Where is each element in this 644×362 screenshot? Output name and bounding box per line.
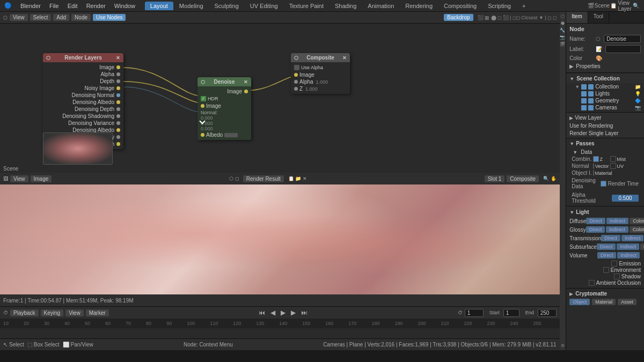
play-btn[interactable]: ▶ [279,309,287,316]
search-icon[interactable]: 🔍 [631,1,641,11]
composite-node[interactable]: ⬡ Composite ✕ Use Alpha Image [291,53,350,94]
menu-render[interactable]: Edit [63,2,82,10]
pass-mist-check[interactable] [610,156,616,162]
menu-edit[interactable]: File [45,2,63,10]
crypto-asset-tab[interactable]: Asset [618,299,636,305]
pass-mat-check[interactable] [593,170,594,176]
node-name-input[interactable]: Denoise [604,35,641,43]
light-header[interactable]: ▼ Light [566,208,644,217]
glossy-direct-btn[interactable]: Direct [586,226,605,233]
view-menu[interactable]: View [65,309,84,316]
cryptomatte-header[interactable]: ▶ Cryptomatte [566,290,644,298]
current-frame-input[interactable]: 1 [465,309,484,317]
subsurface-indirect-btn[interactable]: Indirect [617,243,639,250]
environment-check[interactable] [603,267,609,273]
view-selector[interactable]: Composite [507,175,539,182]
rsi-options[interactable]: ⚙ [561,342,565,349]
tab-scripting[interactable]: Scripting [482,2,516,10]
glossy-color-btn[interactable]: Color [630,226,644,233]
timeline-ruler[interactable]: 10 20 30 40 50 60 70 80 90 100 110 120 1… [0,319,560,328]
alpha-threshold-value[interactable]: 0.500 [612,195,639,202]
end-frame-input[interactable]: 250 [538,309,557,317]
menu-file[interactable]: Blender [16,2,45,10]
denoise-close[interactable]: ✕ [244,79,248,85]
view-layer-icon[interactable]: 📋 [609,1,618,11]
cameras-item[interactable]: Cameras 📷 [566,104,644,111]
crypto-material-tab[interactable]: Material [592,299,616,305]
panel-tab-tool[interactable]: Tool [588,12,609,23]
properties-row[interactable]: ▶ Properties [569,62,641,70]
tab-modeling[interactable]: Modeling [174,2,209,10]
geo-check2[interactable] [588,98,594,104]
render-view-btn[interactable]: View [10,175,28,182]
glossy-indirect-btn[interactable]: Indirect [606,226,628,233]
pass-uv-check[interactable] [610,163,616,169]
toolbar-select[interactable]: Select [30,14,52,21]
tab-texture-paint[interactable]: Texture Paint [284,2,329,10]
tab-layout[interactable]: Layout [145,2,173,10]
shadow-check[interactable] [614,274,620,279]
tab-sculpting[interactable]: Sculpting [209,2,244,10]
collection-item[interactable]: ▼ Collection 📁 [566,83,644,90]
jump-start-btn[interactable]: ⏮ [257,309,267,316]
render-image-btn[interactable]: Image [31,175,52,182]
lights-check2[interactable] [588,91,594,97]
passes-header[interactable]: ▼ Passes [569,139,641,147]
coll-check2[interactable] [588,84,594,90]
tab-uv-editing[interactable]: UV Editing [245,2,283,10]
denoise-data-check[interactable] [601,181,606,187]
tab-compositing[interactable]: Compositing [438,2,482,10]
tab-shading[interactable]: Shading [330,2,362,10]
use-nodes-btn[interactable]: Use Nodes [93,14,126,21]
denoise-hdr-check[interactable]: ✓ [201,96,206,101]
cam-check2[interactable] [588,105,594,110]
diffuse-direct-btn[interactable]: Direct [586,218,605,224]
coll-check[interactable] [581,84,587,90]
composite-alpha-check[interactable] [294,65,299,70]
rsi-tool5[interactable]: 🎬 [560,41,565,48]
volume-indirect-btn[interactable]: Indirect [617,252,640,258]
box-select-status[interactable]: ⬚ Box Select [27,342,60,348]
diffuse-indirect-btn[interactable]: Indirect [606,218,629,224]
start-frame-input[interactable]: 1 [503,309,519,317]
rsi-tool4[interactable]: 📷 [560,34,565,41]
pass-z-check[interactable] [593,156,599,162]
volume-direct-btn[interactable]: Direct [597,252,617,258]
menu-window[interactable]: Render [82,2,110,10]
backdrop-btn[interactable]: Backdrop [444,14,473,21]
select-status[interactable]: ↖ Select [3,342,24,348]
emission-check[interactable] [611,261,617,267]
rsi-tool1[interactable]: ⬡ [561,13,565,20]
rsi-tool3[interactable]: 🔧 [560,27,565,34]
jump-end-btn[interactable]: ⏭ [299,309,309,316]
lights-item[interactable]: Lights 💡 [566,90,644,97]
toolbar-node[interactable]: Node [71,14,91,21]
pan-view-status[interactable]: ⬜ Pan/View [63,342,93,348]
marker-menu[interactable]: Marker [86,309,109,316]
tab-add[interactable]: + [517,2,531,10]
crypto-object-tab[interactable]: Object [569,299,590,305]
lights-check[interactable] [581,91,587,97]
prev-frame-btn[interactable]: ◀ [269,309,277,316]
denoise-node[interactable]: ⬡ Denoise ✕ Image ✓ HDR [197,77,251,140]
geo-check[interactable] [581,98,587,104]
menu-help[interactable]: Window [110,2,140,10]
toolbar-view[interactable]: View [10,14,28,21]
render-layers-close[interactable]: ✕ [116,55,120,61]
transmission-indirect-btn[interactable]: Indirect [621,235,644,241]
diffuse-color-btn[interactable]: Color [630,218,644,224]
data-header[interactable]: ▼ Data [569,147,641,156]
next-frame-btn[interactable]: ▶ [289,309,297,316]
slot-selector[interactable]: Slot 1 [485,175,505,182]
transmission-direct-btn[interactable]: Direct [601,235,620,241]
subsurface-direct-btn[interactable]: Direct [597,243,616,250]
ao-check[interactable] [589,280,595,286]
keying-menu[interactable]: Keying [41,309,64,316]
cam-check[interactable] [581,105,587,110]
tab-animation[interactable]: Animation [362,2,399,10]
panel-tab-item[interactable]: Item [566,12,588,23]
pass-vec-check[interactable] [593,163,594,169]
scene-collection-header[interactable]: ▼ Scene Collection [566,74,644,83]
geometry-item[interactable]: Geometry 🔷 [566,97,644,104]
playback-menu[interactable]: Playback [10,309,39,316]
